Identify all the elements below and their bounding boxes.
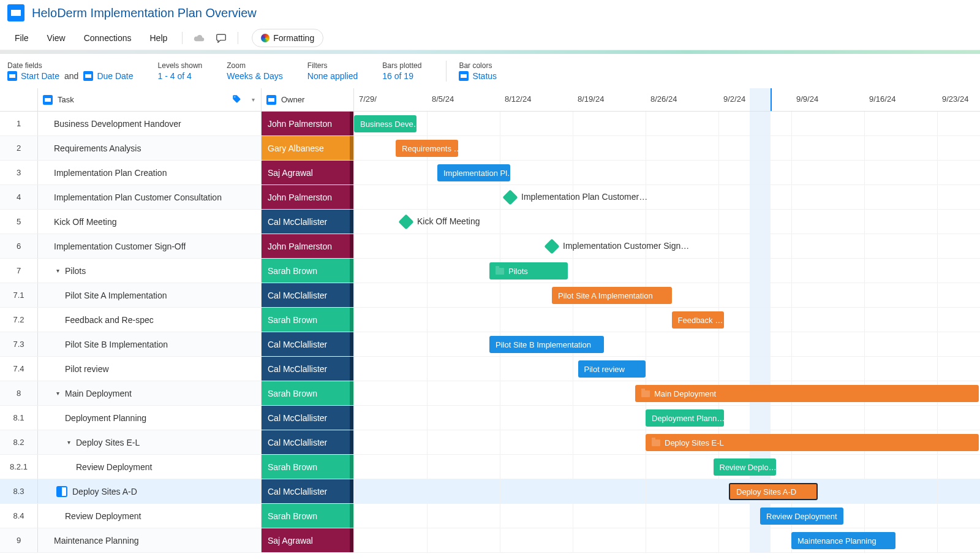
- owner-cell[interactable]: Gary Albanese: [262, 136, 354, 160]
- gantt-cell[interactable]: Pilot review: [354, 357, 980, 381]
- table-row[interactable]: 7.3Pilot Site B ImplementationCal McClal…: [0, 332, 980, 357]
- task-cell[interactable]: Review Deployment: [38, 455, 262, 479]
- timeline-header[interactable]: 7/29/8/5/248/12/248/19/248/26/249/2/249/…: [354, 88, 980, 111]
- owner-cell[interactable]: Cal McClallister: [262, 332, 354, 356]
- gantt-cell[interactable]: Implementation Pl…: [354, 161, 980, 184]
- gantt-bar[interactable]: Pilots: [489, 262, 568, 280]
- config-bars-plotted[interactable]: Bars plotted 16 of 19: [382, 61, 421, 81]
- owner-cell[interactable]: Sarah Brown: [262, 455, 354, 479]
- table-row[interactable]: 3Implementation Plan CreationSaj Agrawal…: [0, 161, 980, 185]
- table-row[interactable]: 7.2Feedback and Re-specSarah BrownFeedba…: [0, 308, 980, 332]
- owner-cell[interactable]: John Palmerston: [262, 112, 354, 135]
- gantt-cell[interactable]: Kick Off Meeting: [354, 210, 980, 234]
- config-levels[interactable]: Levels shown 1 - 4 of 4: [158, 61, 203, 81]
- gantt-bar[interactable]: Pilot Site B Implementation: [489, 336, 604, 353]
- task-cell[interactable]: Implementation Customer Sign-Off: [38, 234, 262, 258]
- config-bar-colors[interactable]: Bar colors Status: [459, 61, 497, 81]
- task-cell[interactable]: Deployment Planning: [38, 406, 262, 430]
- owner-cell[interactable]: John Palmerston: [262, 185, 354, 209]
- table-row[interactable]: 8.3Deploy Sites A-DCal McClallisterDeplo…: [0, 479, 980, 504]
- table-row[interactable]: 8.2▾Deploy Sites E-LCal McClallisterDepl…: [0, 430, 980, 455]
- table-row[interactable]: 8.1Deployment PlanningCal McClallisterDe…: [0, 406, 980, 430]
- owner-cell[interactable]: Cal McClallister: [262, 406, 354, 430]
- owner-cell[interactable]: Saj Agrawal: [262, 161, 354, 184]
- expand-toggle-icon[interactable]: ▾: [65, 439, 72, 446]
- config-date-fields[interactable]: Date fields Start Date and Due Date: [7, 61, 134, 81]
- table-row[interactable]: 7.1Pilot Site A ImplementationCal McClal…: [0, 283, 980, 308]
- gantt-cell[interactable]: Deploy Sites A-D: [354, 479, 980, 503]
- task-cell[interactable]: Pilot review: [38, 357, 262, 381]
- table-row[interactable]: 1Business Development HandoverJohn Palme…: [0, 112, 980, 136]
- gantt-cell[interactable]: Pilots: [354, 259, 980, 283]
- table-row[interactable]: 8.2.1Review DeploymentSarah BrownReview …: [0, 455, 980, 479]
- task-cell[interactable]: Deploy Sites A-D: [38, 479, 262, 503]
- milestone-diamond-icon[interactable]: [398, 214, 413, 229]
- task-cell[interactable]: Pilot Site B Implementation: [38, 332, 262, 356]
- task-cell[interactable]: Review Deployment: [38, 504, 262, 528]
- gantt-bar[interactable]: Business Deve…: [354, 115, 417, 132]
- gantt-bar[interactable]: Pilot review: [578, 360, 646, 378]
- expand-toggle-icon[interactable]: ▾: [54, 267, 61, 275]
- table-row[interactable]: 6Implementation Customer Sign-OffJohn Pa…: [0, 234, 980, 259]
- menu-file[interactable]: File: [7, 29, 36, 47]
- milestone-diamond-icon[interactable]: [502, 189, 518, 205]
- task-cell[interactable]: Maintenance Planning: [38, 528, 262, 552]
- task-cell[interactable]: ▾Deploy Sites E-L: [38, 430, 262, 454]
- gantt-bar[interactable]: Main Deployment: [635, 385, 979, 402]
- owner-cell[interactable]: Cal McClallister: [262, 283, 354, 307]
- chat-icon[interactable]: [212, 29, 230, 47]
- owner-cell[interactable]: Sarah Brown: [262, 381, 354, 405]
- col-task-header[interactable]: Task ▾: [38, 88, 262, 111]
- gantt-cell[interactable]: Deployment Plann…: [354, 406, 980, 430]
- gantt-cell[interactable]: Deploy Sites E-L: [354, 430, 980, 454]
- table-row[interactable]: 4Implementation Plan Customer Consultati…: [0, 185, 980, 210]
- task-cell[interactable]: Feedback and Re-spec: [38, 308, 262, 332]
- gantt-cell[interactable]: Review Deplo…: [354, 455, 980, 479]
- gantt-cell[interactable]: Main Deployment: [354, 381, 980, 405]
- table-row[interactable]: 9Maintenance PlanningSaj AgrawalMaintena…: [0, 528, 980, 553]
- task-cell[interactable]: Implementation Plan Customer Consultatio…: [38, 185, 262, 209]
- gantt-bar[interactable]: Deployment Plann…: [646, 409, 724, 427]
- gantt-cell[interactable]: Maintenance Planning: [354, 528, 980, 552]
- tag-icon[interactable]: [232, 94, 241, 105]
- owner-cell[interactable]: Cal McClallister: [262, 357, 354, 381]
- chevron-down-icon[interactable]: ▾: [252, 96, 255, 103]
- gantt-cell[interactable]: Review Deployment: [354, 504, 980, 528]
- menu-connections[interactable]: Connections: [77, 29, 139, 47]
- gantt-bar[interactable]: Review Deployment: [760, 508, 843, 525]
- owner-cell[interactable]: Cal McClallister: [262, 430, 354, 454]
- gantt-bar[interactable]: Feedback …: [672, 311, 724, 329]
- expand-toggle-icon[interactable]: ▾: [54, 390, 61, 397]
- gantt-cell[interactable]: Implementation Customer Sign…: [354, 234, 980, 258]
- owner-cell[interactable]: John Palmerston: [262, 234, 354, 258]
- task-cell[interactable]: Requirements Analysis: [38, 136, 262, 160]
- formatting-button[interactable]: Formatting: [252, 29, 323, 47]
- gantt-cell[interactable]: Pilot Site B Implementation: [354, 332, 980, 356]
- owner-cell[interactable]: Sarah Brown: [262, 308, 354, 332]
- config-filters[interactable]: Filters None applied: [307, 61, 358, 81]
- table-row[interactable]: 8▾Main DeploymentSarah BrownMain Deploym…: [0, 381, 980, 406]
- gantt-bar[interactable]: Deploy Sites E-L: [646, 434, 979, 451]
- col-owner-header[interactable]: Owner: [262, 88, 354, 111]
- owner-cell[interactable]: Cal McClallister: [262, 479, 354, 503]
- table-row[interactable]: 7.4Pilot reviewCal McClallisterPilot rev…: [0, 357, 980, 381]
- gantt-bar[interactable]: Requirements …: [396, 140, 458, 157]
- task-cell[interactable]: ▾Main Deployment: [38, 381, 262, 405]
- table-row[interactable]: 2Requirements AnalysisGary AlbaneseRequi…: [0, 136, 980, 161]
- task-cell[interactable]: Business Development Handover: [38, 112, 262, 135]
- gantt-cell[interactable]: Requirements …: [354, 136, 980, 160]
- table-row[interactable]: 8.4Review DeploymentSarah BrownReview De…: [0, 504, 980, 528]
- owner-cell[interactable]: Sarah Brown: [262, 504, 354, 528]
- owner-cell[interactable]: Sarah Brown: [262, 259, 354, 283]
- gantt-cell[interactable]: Pilot Site A Implementation: [354, 283, 980, 307]
- task-cell[interactable]: ▾Pilots: [38, 259, 262, 283]
- owner-cell[interactable]: Cal McClallister: [262, 210, 354, 234]
- task-cell[interactable]: Pilot Site A Implementation: [38, 283, 262, 307]
- owner-cell[interactable]: Saj Agrawal: [262, 528, 354, 552]
- gantt-bar[interactable]: Maintenance Planning: [791, 532, 895, 549]
- table-row[interactable]: 5Kick Off MeetingCal McClallisterKick Of…: [0, 210, 980, 234]
- gantt-cell[interactable]: Feedback …: [354, 308, 980, 332]
- gantt-bar[interactable]: Pilot Site A Implementation: [552, 287, 672, 304]
- milestone-diamond-icon[interactable]: [544, 238, 559, 254]
- task-cell[interactable]: Implementation Plan Creation: [38, 161, 262, 184]
